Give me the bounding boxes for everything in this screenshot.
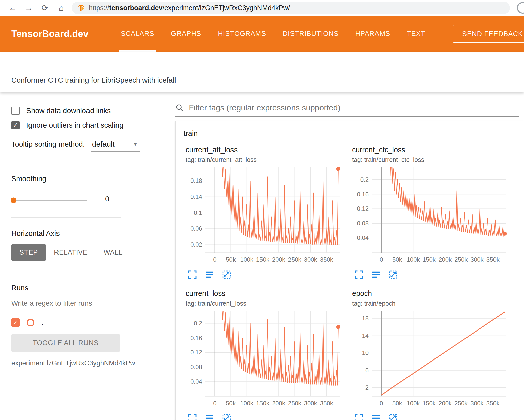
back-icon[interactable]: ← (5, 3, 21, 13)
divider (11, 272, 121, 272)
chart-epoch: epoch tag: train/epoch 26101418050k100k1… (352, 289, 512, 420)
settings-sidebar: ✓ Show data download links ✓ Ignore outl… (0, 92, 163, 420)
run-data-icon[interactable] (205, 413, 214, 420)
run-data-icon[interactable] (205, 270, 214, 279)
svg-text:50k: 50k (392, 256, 402, 263)
svg-text:0: 0 (380, 256, 383, 263)
axis-option-wall[interactable]: WALL (96, 244, 131, 261)
svg-text:100k: 100k (240, 400, 253, 407)
filter-tags-input[interactable] (189, 103, 519, 112)
chart-toolbar (354, 413, 512, 420)
fullscreen-icon[interactable] (188, 413, 197, 420)
smoothing-value[interactable]: 0 (103, 195, 127, 206)
svg-text:0.08: 0.08 (190, 364, 202, 370)
avatar[interactable] (517, 2, 524, 14)
svg-text:0.2: 0.2 (194, 320, 202, 327)
fullscreen-icon[interactable] (354, 413, 364, 420)
experiment-id: experiment lzGnETjwRxC3yghNMd4kPw (11, 359, 151, 367)
address-bar[interactable]: https://tensorboard.dev/experiment/lzGnE… (72, 2, 510, 14)
checkbox[interactable]: ✓ (11, 121, 20, 129)
svg-text:250k: 250k (288, 400, 301, 407)
search-icon (175, 104, 184, 112)
runs-filter-input[interactable] (11, 297, 120, 310)
fit-domain-icon[interactable] (388, 413, 398, 420)
chart-canvas[interactable]: 26101418050k100k150k200k250k300k350k (352, 309, 512, 410)
tooltip-sorting-dropdown[interactable]: default ▼ (91, 140, 140, 152)
send-feedback-button[interactable]: SEND FEEDBACK (453, 25, 524, 43)
svg-text:250k: 250k (454, 256, 468, 263)
tab-scalars[interactable]: SCALARS (112, 16, 163, 52)
tab-graphs[interactable]: GRAPHS (163, 16, 210, 52)
content: ✓ Show data download links ✓ Ignore outl… (0, 92, 524, 420)
svg-text:0: 0 (213, 256, 216, 263)
reload-icon[interactable]: ⟳ (37, 3, 53, 13)
fit-domain-icon[interactable] (388, 270, 398, 279)
smoothing-slider-thumb[interactable] (11, 198, 16, 203)
svg-text:300k: 300k (304, 256, 317, 263)
checkbox[interactable]: ✓ (11, 107, 20, 115)
svg-text:250k: 250k (288, 256, 301, 263)
experiment-title-band: Conformer CTC training for LibriSpeech w… (0, 52, 524, 92)
smoothing-label: Smoothing (11, 175, 151, 183)
checkbox-list: ✓ Show data download links ✓ Ignore outl… (11, 107, 151, 129)
chart-title: current_ctc_loss (352, 146, 512, 154)
fit-domain-icon[interactable] (222, 270, 231, 279)
run-checkbox[interactable]: ✓ (11, 318, 20, 327)
chart-canvas[interactable]: 0.040.080.120.160.2050k100k150k200k250k3… (352, 165, 512, 267)
run-data-icon[interactable] (371, 270, 381, 279)
svg-text:0.1: 0.1 (194, 209, 202, 216)
divider (11, 163, 121, 163)
tab-histograms[interactable]: HISTOGRAMS (210, 16, 274, 52)
tab-text[interactable]: TEXT (398, 16, 433, 52)
run-data-icon[interactable] (371, 413, 381, 420)
url-path: /experiment/lzGnETjwRxC3yghNMd4kPw/ (163, 4, 290, 12)
run-name: . (41, 319, 43, 327)
toggle-all-runs-button[interactable]: TOGGLE ALL RUNS (11, 334, 120, 352)
tab-distributions[interactable]: DISTRIBUTIONS (274, 16, 347, 52)
run-row[interactable]: ✓ . (11, 318, 151, 327)
svg-text:250k: 250k (454, 400, 468, 407)
checkbox-row[interactable]: ✓ Ignore outliers in chart scaling (11, 121, 151, 129)
svg-text:6: 6 (365, 367, 369, 374)
chevron-down-icon: ▼ (133, 141, 138, 147)
axis-option-relative[interactable]: RELATIVE (46, 244, 96, 261)
checkbox-row[interactable]: ✓ Show data download links (11, 107, 151, 115)
forward-icon[interactable]: → (21, 3, 37, 13)
fullscreen-icon[interactable] (354, 270, 364, 279)
svg-text:200k: 200k (439, 256, 452, 263)
chart-toolbar (354, 270, 512, 279)
svg-text:0.04: 0.04 (357, 234, 369, 241)
svg-text:0.02: 0.02 (190, 241, 202, 248)
svg-text:300k: 300k (471, 400, 484, 407)
svg-text:300k: 300k (304, 400, 317, 407)
svg-text:0.04: 0.04 (190, 378, 202, 385)
brand-title: TensorBoard.dev (11, 28, 89, 39)
chart-current_att_loss: current_att_loss tag: train/current_att_… (186, 146, 345, 279)
svg-text:0.18: 0.18 (190, 177, 202, 184)
horizontal-axis-label: Horizontal Axis (11, 229, 151, 238)
svg-text:50k: 50k (392, 400, 402, 407)
svg-text:0.12: 0.12 (357, 205, 369, 212)
chart-canvas[interactable]: 0.020.060.10.140.18050k100k150k200k250k3… (186, 165, 345, 267)
fit-domain-icon[interactable] (222, 413, 231, 420)
url-scheme: https:// (89, 4, 109, 12)
svg-text:0.16: 0.16 (190, 335, 202, 341)
smoothing-slider[interactable] (11, 200, 87, 201)
svg-text:10: 10 (362, 349, 369, 356)
svg-text:0.06: 0.06 (190, 225, 202, 232)
svg-text:150k: 150k (256, 400, 270, 407)
svg-text:350k: 350k (486, 400, 500, 407)
train-section-header[interactable]: train (176, 121, 524, 142)
home-icon[interactable]: ⌂ (53, 3, 69, 13)
fullscreen-icon[interactable] (188, 270, 197, 279)
horizontal-axis-toggle: STEPRELATIVEWALL (11, 244, 151, 261)
svg-text:100k: 100k (406, 256, 420, 263)
tensorboard-favicon (77, 4, 85, 12)
tooltip-sorting-value: default (92, 140, 115, 148)
svg-text:200k: 200k (272, 400, 285, 407)
tab-hparams[interactable]: HPARAMS (347, 16, 399, 52)
axis-option-step[interactable]: STEP (11, 244, 46, 261)
chart-canvas[interactable]: 0.040.080.120.160.2050k100k150k200k250k3… (186, 309, 345, 410)
svg-text:0: 0 (380, 400, 383, 407)
svg-text:50k: 50k (226, 256, 236, 263)
